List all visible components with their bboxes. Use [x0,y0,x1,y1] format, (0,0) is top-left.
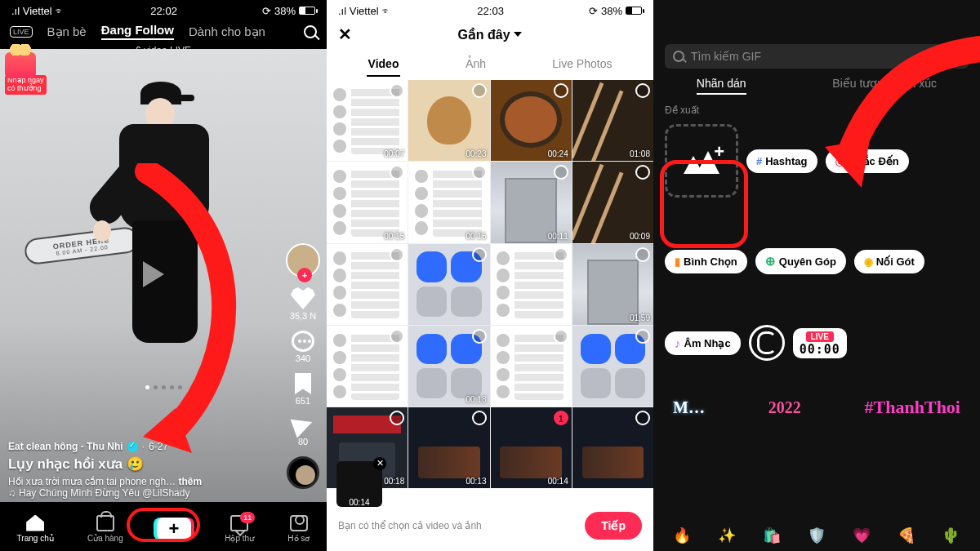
media-cell[interactable]: 00:15 [408,162,489,242]
mention-chip[interactable]: @Nhắc Đến [826,149,909,173]
nav-create[interactable]: + [157,518,191,540]
stickers-screen: Tìm kiếm GIF Nhãn dán Biểu tượng cảm xúc… [653,0,980,551]
select-circle[interactable] [635,329,650,344]
tab-friends[interactable]: Bạn bè [47,24,87,39]
noigot-chip[interactable]: ◉Nối Gót [854,250,924,273]
emoji-bag[interactable]: 🛍️ [763,527,781,544]
like-button[interactable]: 35,3 N [290,287,316,321]
emoji-pizza[interactable]: 🍕 [898,527,915,544]
select-circle[interactable] [554,83,568,98]
author-avatar[interactable] [286,243,320,278]
verified-icon [127,442,138,452]
media-cell[interactable] [572,326,653,407]
tab-following[interactable]: Đang Follow [101,23,174,40]
countdown-sticker[interactable] [749,325,785,361]
add-image-sticker[interactable]: + [665,124,738,198]
save-button[interactable]: 651 [295,373,311,406]
select-circle[interactable] [554,165,568,180]
media-type-tabs: Video Ảnh Live Photos [327,49,653,80]
media-cell[interactable] [408,244,489,325]
battery-pct: 38% [274,5,296,17]
media-cell[interactable]: 01:08 [572,80,653,161]
tab-live-photos[interactable]: Live Photos [550,52,613,77]
sound-disc[interactable] [287,456,319,489]
tab-foryou[interactable]: Dành cho bạn [189,24,265,39]
more-link[interactable]: thêm [178,476,202,487]
media-cell[interactable] [491,326,572,407]
emoji-shield[interactable]: 🛡️ [808,527,826,544]
gift-promo[interactable]: Nhấp ngaycó thưởng [5,52,47,95]
emoji-cactus[interactable]: 🌵 [942,527,960,544]
select-circle[interactable] [472,165,487,180]
music-chip[interactable]: ♪Âm Nhạc [665,331,741,355]
media-cell[interactable]: 00:18 [408,326,489,407]
sticker-2022[interactable]: 2022 [768,398,801,417]
live-countdown-sticker[interactable]: LIVE 00:00 [793,328,847,358]
sticker-thanhthoi[interactable]: #ThanhThoi [865,397,960,418]
next-button[interactable]: Tiếp [585,512,642,540]
media-cell[interactable]: 00:24 [491,80,572,161]
emoji-sparkle[interactable]: ✨ [718,527,736,544]
select-circle[interactable] [472,83,487,98]
select-circle[interactable] [472,247,487,262]
media-cell[interactable]: 00:13 [408,407,489,488]
tab-photo[interactable]: Ảnh [464,52,488,77]
media-cell[interactable]: 00:07 [327,80,408,161]
comment-button[interactable]: 340 [292,331,314,363]
nav-home[interactable]: Trang chủ [17,515,54,543]
media-cell[interactable]: 00:141 [491,407,572,488]
select-circle[interactable] [390,247,404,262]
stickers-row-3: ♪Âm Nhạc LIVE 00:00 [653,322,980,364]
media-cell[interactable]: 01:59 [572,244,653,325]
emoji-fire[interactable]: 🔥 [673,527,691,544]
tab-emoji[interactable]: Biểu tượng cảm xúc [832,77,937,95]
stickers-row-2: ▮Bình Chọn ⊕Quyên Góp ◉Nối Gót [653,245,980,278]
album-selector[interactable]: Gần đây [457,27,521,42]
play-icon[interactable] [143,261,164,287]
selected-thumb[interactable]: 00:14 ✕ [336,461,382,507]
media-cell[interactable] [327,244,408,325]
media-cell[interactable]: 00:09 [572,162,653,242]
author-name[interactable]: Eat clean hông - Thu Nhi [8,441,123,452]
media-cell[interactable] [572,407,653,488]
picker-header: ✕ Gần đây [327,18,653,49]
select-circle[interactable] [635,83,650,98]
tab-video[interactable]: Video [367,52,401,77]
chevron-down-icon [514,32,522,37]
live-icon[interactable]: LIVE [10,26,33,38]
sound-name[interactable]: Hay Chúng Mình Đừng Yêu @LilShady [19,487,189,499]
nav-shop[interactable]: Cửa hàng [87,515,123,543]
select-circle[interactable] [472,411,487,425]
emoji-quickbar: 🔥 ✨ 🛍️ 🛡️ 💗 🍕 🌵 [653,523,980,548]
select-circle[interactable] [554,329,568,344]
select-circle[interactable] [390,329,404,344]
nav-inbox[interactable]: 11Hộp thư [225,515,254,543]
clock: 22:03 [477,5,504,17]
select-circle[interactable] [554,247,568,262]
close-icon[interactable]: ✕ [338,24,352,44]
select-circle[interactable] [635,411,650,425]
search-icon[interactable] [304,25,317,38]
nav-profile[interactable]: Hồ sơ [287,515,310,543]
remove-icon[interactable]: ✕ [373,457,386,470]
video-area[interactable]: ORDER HERE8.00 AM - 22.00 [0,49,327,502]
media-cell[interactable] [491,244,572,325]
media-cell[interactable] [327,326,408,407]
sticker-item[interactable]: M… [673,398,705,417]
share-button[interactable]: 80 [293,415,313,447]
donate-chip[interactable]: ⊕Quyên Góp [755,248,846,274]
select-circle[interactable]: 1 [554,411,568,425]
media-cell[interactable]: 00:23 [408,80,489,161]
carousel-dots [0,385,327,389]
select-circle[interactable] [472,329,487,344]
person-figure [98,82,220,375]
gif-search[interactable]: Tìm kiếm GIF [665,44,969,69]
media-cell[interactable]: 00:11 [491,162,572,242]
picker-footer: Bạn có thể chọn cả video và ảnh Tiếp [327,504,653,551]
emoji-heart[interactable]: 💗 [853,527,871,544]
media-cell[interactable]: 00:15 [327,162,408,242]
tab-stickers[interactable]: Nhãn dán [697,77,746,95]
hashtag-chip[interactable]: #Hashtag [746,149,817,173]
select-circle[interactable] [635,247,650,262]
poll-chip[interactable]: ▮Bình Chọn [665,250,747,273]
